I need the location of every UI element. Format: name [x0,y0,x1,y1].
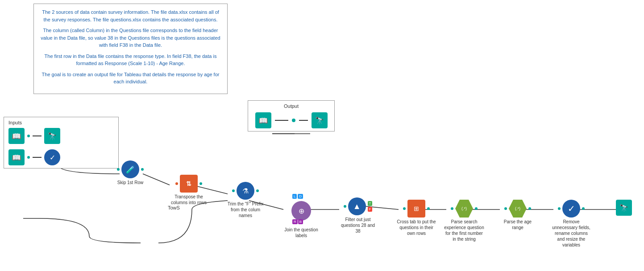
info-line-3: The first row in the Data file contains … [40,53,221,67]
skip-label: Skip 1st Row [117,180,143,185]
input-checkmark[interactable]: ✓ [44,149,60,165]
inputs-box-title: Inputs [8,120,114,125]
parse-age-icon[interactable]: (.*) [509,200,527,218]
tows-label: TowS [168,205,180,210]
output-box-title: Output [253,103,330,109]
transpose-icon[interactable]: ⇅ [180,175,198,193]
inputs-box: Inputs 📖 🔭 📖 ✓ [4,117,119,168]
join-label: Join the question labels [281,227,321,238]
join-node[interactable]: L D R B ⊕ Join the question labels [281,197,321,238]
remove-icon[interactable]: ✓ [562,200,580,218]
final-browse-icon[interactable]: 🔭 [616,200,632,216]
input-browse-1[interactable]: 🔭 [44,128,60,144]
parse-search-icon[interactable]: (.*) [455,200,473,218]
output-book-icon[interactable]: 📖 [255,112,271,128]
input-book-2[interactable]: 📖 [8,149,25,165]
svg-line-2 [143,174,170,185]
output-box: Output 📖 🔭 [248,100,335,131]
canvas: The 2 sources of data contain survey inf… [0,0,644,271]
input-book-1[interactable]: 📖 [8,128,25,144]
filter-icon[interactable]: ▲ [348,197,366,215]
remove-label: Remove unnecessary fields, rename column… [551,219,591,248]
crosstab-node[interactable]: ⊞ Cross tab to put the questions in thei… [396,200,436,236]
transpose-node[interactable]: ⇅ Transpose the columns into rows [169,175,209,205]
parse-search-node[interactable]: (.*) Parse search experience question fo… [444,200,484,242]
info-line-2: The column (called Column) in the Questi… [40,27,221,49]
filter-label: Filter out just questions 28 and 38 [338,217,378,234]
parse-search-label: Parse search experience question for the… [444,219,484,242]
skip-icon[interactable]: 🧪 [121,160,139,178]
trim-icon[interactable]: ⚗ [237,182,254,200]
info-line-1: The 2 sources of data contain survey inf… [40,8,221,23]
transpose-label: Transpose the columns into rows [169,194,209,205]
skip-1st-row-node[interactable]: 🧪 Skip 1st Row [117,160,144,185]
filter-node[interactable]: ▲ T F Filter out just questions 28 and 3… [338,197,378,234]
output-browse-icon[interactable]: 🔭 [312,112,328,128]
trim-label: Trim the "F" Prefix from the colum names [225,201,266,218]
trim-node[interactable]: ⚗ Trim the "F" Prefix from the colum nam… [225,182,266,218]
parse-age-node[interactable]: (.*) Parse the age range [498,200,538,230]
info-box: The 2 sources of data contain survey inf… [33,4,228,94]
crosstab-label: Cross tab to put the questions in their … [396,219,436,236]
final-browse-node[interactable]: 🔭 [616,200,632,216]
join-icon[interactable]: ⊕ [291,201,311,221]
crosstab-icon[interactable]: ⊞ [407,200,425,218]
remove-node[interactable]: ✓ Remove unnecessary fields, rename colu… [551,200,591,248]
parse-age-label: Parse the age range [498,219,538,230]
info-line-4: The goal is to create an output file for… [40,71,221,86]
